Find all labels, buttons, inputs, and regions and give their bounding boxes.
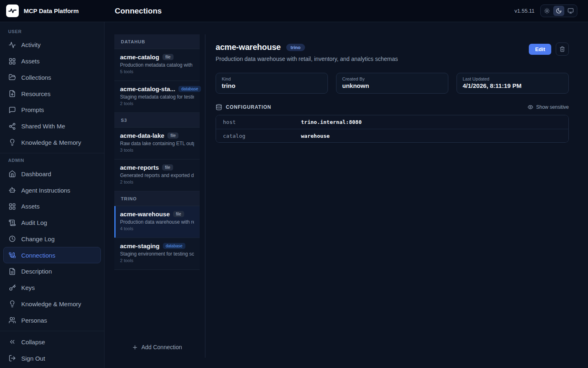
brand: MCP Data Platform [0, 4, 105, 17]
sidebar-item-keys[interactable]: Keys [3, 280, 101, 296]
connection-description: Production data warehouse with retail... [120, 219, 194, 225]
sidebar-item-knowledge-memory-user[interactable]: Knowledge & Memory [3, 135, 101, 151]
theme-light-button[interactable] [541, 6, 552, 16]
theme-system-button[interactable] [565, 6, 576, 16]
connection-item-acme-reports[interactable]: acme-reports file Generated reports and … [114, 159, 200, 191]
sidebar-item-audit-log[interactable]: Audit Log [3, 215, 101, 231]
collapse-sidebar-button[interactable]: Collapse [3, 334, 101, 350]
sidebar-item-change-log[interactable]: Change Log [3, 231, 101, 247]
connection-description: Staging environment for testing sche... [120, 251, 194, 257]
config-value: warehouse [301, 133, 330, 139]
connection-group-header-s3: S3 [114, 113, 200, 128]
sidebar-item-label: Knowledge & Memory [21, 139, 81, 146]
config-row-host: host trino.internal:8080 [216, 115, 568, 129]
config-value: trino.internal:8080 [301, 119, 362, 125]
trash-icon [559, 46, 565, 52]
add-connection-button[interactable]: Add Connection [114, 340, 200, 355]
connection-kind-badge: file [173, 211, 184, 217]
connection-item-acme-catalog[interactable]: acme-catalog file Production metadata ca… [114, 49, 200, 81]
detail-actions: Edit [529, 43, 569, 56]
connection-kind-badge: database [163, 243, 185, 249]
sidebar-item-label: Audit Log [21, 219, 47, 226]
home-icon [9, 170, 16, 177]
connection-item-acme-data-lake[interactable]: acme-data-lake file Raw data lake contai… [114, 128, 200, 159]
sidebar-item-agent-instructions[interactable]: Agent Instructions [3, 182, 101, 198]
show-sensitive-label: Show sensitive [536, 104, 569, 110]
connection-kind-badge: file [167, 132, 178, 139]
info-card-created-by: Created By unknown [336, 73, 448, 94]
connection-item-acme-warehouse[interactable]: acme-warehouse file Production data ware… [114, 206, 200, 238]
configuration-label: CONFIGURATION [226, 104, 271, 110]
sidebar-bottom: Collapse Sign Out [0, 328, 104, 368]
connection-item-acme-staging[interactable]: acme-staging database Staging environmen… [114, 238, 200, 270]
version-label: v1.55.11 [514, 8, 535, 14]
sidebar: USER Activity Assets Collections Resourc… [0, 22, 105, 368]
clock-icon [9, 235, 16, 242]
connection-detail-description: Production data warehouse with retail, i… [216, 56, 398, 62]
connection-item-acme-catalog-staging[interactable]: acme-catalog-sta... database Staging met… [114, 81, 200, 113]
connection-description: Staging metadata catalog for testing i..… [120, 94, 194, 100]
delete-button[interactable] [556, 43, 569, 56]
connection-description: Production metadata catalog with bus... [120, 62, 194, 68]
sun-icon [544, 8, 550, 14]
connection-list-panel: DATAHUB acme-catalog file Production met… [114, 34, 205, 358]
sidebar-item-assets-user[interactable]: Assets [3, 53, 101, 70]
sidebar-item-activity[interactable]: Activity [3, 37, 101, 53]
sign-out-button[interactable]: Sign Out [3, 350, 101, 366]
sidebar-item-label: Collections [21, 74, 51, 81]
config-key: host [216, 119, 301, 125]
share-icon [9, 123, 16, 130]
connection-tools-count: 3 tools [120, 148, 194, 153]
sidebar-item-resources[interactable]: Resources [3, 85, 101, 102]
sidebar-item-label: Knowledge & Memory [21, 301, 81, 307]
add-connection-label: Add Connection [141, 344, 182, 350]
sidebar-section-admin: ADMIN [0, 158, 104, 163]
sidebar-item-label: Resources [21, 90, 51, 97]
sidebar-item-personas[interactable]: Personas [3, 312, 101, 328]
connection-kind-badge: database [178, 86, 201, 92]
info-card-last-updated: Last Updated 4/1/2026, 8:11:19 PM [457, 73, 569, 94]
sidebar-item-knowledge-memory-admin[interactable]: Knowledge & Memory [3, 296, 101, 312]
info-card-label: Kind [222, 76, 322, 81]
sidebar-item-assets-admin[interactable]: Assets [3, 198, 101, 215]
theme-dark-button[interactable] [553, 6, 564, 16]
sidebar-item-dashboard[interactable]: Dashboard [3, 166, 101, 182]
sidebar-item-collections[interactable]: Collections [3, 70, 101, 86]
config-row-catalog: catalog warehouse [216, 129, 568, 142]
connection-name: acme-warehouse [120, 211, 170, 218]
app-title: MCP Data Platform [24, 7, 79, 14]
connection-description: Generated reports and exported dash... [120, 173, 194, 178]
database-icon [216, 104, 222, 110]
connection-group-header-datahub: DATAHUB [114, 34, 200, 49]
sidebar-item-label: Shared With Me [21, 123, 65, 130]
sidebar-item-label: Assets [21, 58, 40, 65]
info-card-value: unknown [342, 82, 442, 89]
sidebar-item-shared-with-me[interactable]: Shared With Me [3, 118, 101, 135]
info-card-label: Created By [342, 76, 442, 81]
show-sensitive-toggle[interactable]: Show sensitive [528, 104, 569, 110]
connection-kind-badge: file [163, 54, 174, 60]
configuration-section-title: CONFIGURATION [216, 104, 271, 110]
sidebar-section-user: USER [0, 29, 104, 34]
connection-tools-count: 2 tools [120, 101, 194, 106]
key-icon [9, 284, 16, 292]
edit-button[interactable]: Edit [529, 44, 551, 55]
connection-kind-badge: file [162, 164, 173, 171]
connection-name: acme-catalog [120, 54, 159, 61]
plus-icon [132, 344, 138, 350]
log-out-icon [9, 355, 16, 362]
sidebar-item-label: Prompts [21, 106, 44, 113]
grid-icon [9, 58, 16, 65]
folder-open-icon [9, 74, 16, 81]
monitor-icon [568, 8, 574, 14]
sidebar-item-connections[interactable]: Connections [3, 247, 101, 263]
sign-out-label: Sign Out [21, 355, 45, 362]
connection-title: acme-warehouse [216, 43, 281, 52]
sidebar-item-description[interactable]: Description [3, 263, 101, 280]
sidebar-divider [0, 153, 104, 153]
connection-tools-count: 4 tools [120, 226, 194, 231]
bot-icon [9, 186, 16, 194]
message-square-icon [9, 106, 16, 114]
connection-tools-count: 5 tools [120, 69, 194, 74]
sidebar-item-prompts[interactable]: Prompts [3, 102, 101, 118]
